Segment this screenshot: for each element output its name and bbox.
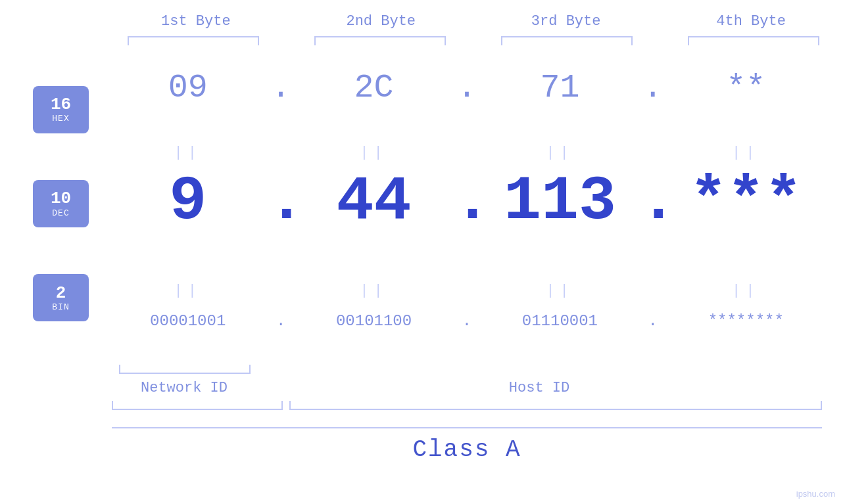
hex-dot1: . [268, 69, 294, 106]
class-row: Class A [112, 427, 822, 463]
dec-b2: 44 [302, 171, 447, 233]
bin-dot2: . [454, 312, 480, 330]
hex-b1: 09 [116, 69, 260, 106]
host-id-label: Host ID [256, 380, 822, 396]
dec-dot2: . [454, 171, 480, 233]
bin-dot3: . [640, 312, 666, 330]
eq2-b2: || [302, 283, 447, 299]
badge-bin-num: 2 [56, 284, 66, 303]
bin-b3: 01110001 [487, 312, 632, 330]
byte4-label: 4th Byte [679, 13, 823, 30]
eq2-b4: || [673, 283, 818, 299]
eq2-b1: || [116, 283, 260, 299]
bin-b2: 00101100 [302, 312, 447, 330]
hex-b2: 2C [302, 69, 447, 106]
bottom-brackets-bin [112, 365, 822, 374]
eq1-b4: || [673, 145, 818, 161]
host-bottom-bracket [289, 401, 822, 410]
eq-row-2: || || || || [112, 283, 822, 299]
bracket-3 [501, 36, 633, 45]
eq2-b3: || [487, 283, 632, 299]
dec-b1: 9 [116, 171, 260, 233]
byte2-label: 2nd Byte [308, 13, 453, 30]
bottom-bracket-combined [112, 401, 822, 410]
hex-dot2: . [454, 69, 480, 106]
main-container: 1st Byte 2nd Byte 3rd Byte 4th Byte 16 H… [0, 0, 845, 504]
bin-bracket-1 [119, 365, 251, 374]
hex-row: 09 . 2C . 71 . ** [112, 69, 822, 106]
eq1-b1: || [116, 145, 260, 161]
network-bottom-bracket [112, 401, 283, 410]
eq-row-1: || || || || [112, 145, 822, 161]
badge-hex-sub: HEX [52, 114, 69, 124]
hex-dot3: . [640, 69, 666, 106]
badge-bin: 2 BIN [33, 274, 89, 321]
bracket-1 [128, 36, 259, 45]
id-labels: Network ID Host ID [112, 380, 822, 396]
bin-b4: ******** [673, 312, 818, 330]
top-brackets [122, 36, 825, 45]
network-id-label: Network ID [112, 380, 256, 396]
bin-row: 00001001 . 00101100 . 01110001 . *******… [112, 312, 822, 330]
hex-b4: ** [673, 69, 818, 106]
hex-b3: 71 [487, 69, 632, 106]
dec-b3: 113 [487, 171, 632, 233]
bin-dot1: . [268, 312, 294, 330]
byte-labels-row: 1st Byte 2nd Byte 3rd Byte 4th Byte [122, 13, 825, 30]
bracket-2 [314, 36, 446, 45]
bracket-4 [688, 36, 819, 45]
badge-hex: 16 HEX [33, 86, 89, 133]
bin-b1: 00001001 [116, 312, 260, 330]
byte1-label: 1st Byte [124, 13, 268, 30]
byte3-label: 3rd Byte [494, 13, 639, 30]
badge-bin-sub: BIN [52, 302, 69, 312]
eq1-b2: || [302, 145, 447, 161]
class-label: Class A [412, 436, 521, 463]
badge-hex-num: 16 [51, 95, 71, 114]
dec-row: 9 . 44 . 113 . *** [112, 171, 822, 233]
badge-dec-num: 10 [51, 189, 71, 208]
watermark: ipshu.com [796, 489, 835, 499]
badge-dec: 10 DEC [33, 180, 89, 227]
dec-b4: *** [673, 171, 818, 233]
dec-dot1: . [268, 171, 294, 233]
badge-column: 16 HEX 10 DEC 2 BIN [30, 62, 92, 345]
badge-dec-sub: DEC [52, 208, 69, 218]
dec-dot3: . [640, 171, 666, 233]
eq1-b3: || [487, 145, 632, 161]
